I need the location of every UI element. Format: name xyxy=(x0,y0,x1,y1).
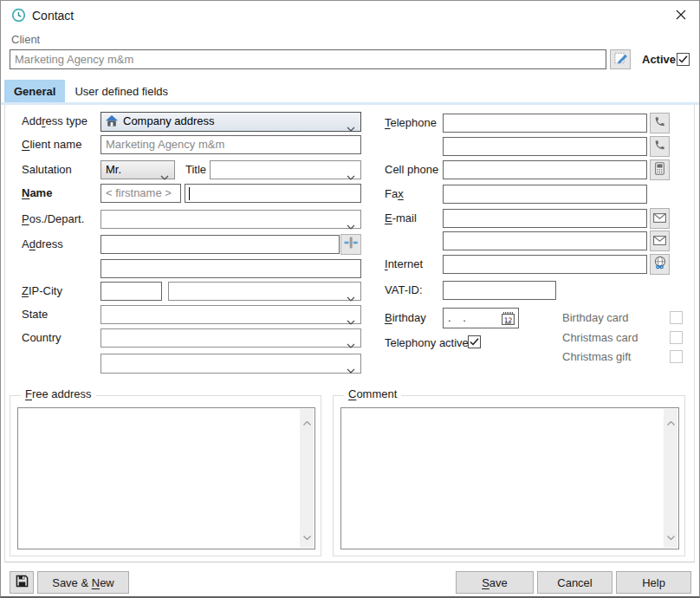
address-label: Address xyxy=(22,235,63,254)
cell-phone-input[interactable] xyxy=(443,160,647,179)
salutation-combo[interactable]: Mr. xyxy=(100,160,175,179)
cell-phone-label: Cell phone xyxy=(385,160,438,179)
birthday-card-label: Birthday card xyxy=(562,309,629,328)
globe-link-icon xyxy=(653,256,667,273)
address-line1-input[interactable] xyxy=(100,235,340,254)
envelope-icon xyxy=(653,211,666,226)
city-combo[interactable] xyxy=(168,282,361,301)
title-label: Title xyxy=(185,160,206,179)
firstname-input[interactable]: < firstname > xyxy=(100,184,181,203)
client-label: Client xyxy=(11,30,40,49)
chevron-down-icon xyxy=(347,218,355,235)
close-icon xyxy=(676,8,686,23)
birthday-input[interactable]: . . 12 xyxy=(443,308,519,328)
christmas-gift-label: Christmas gift xyxy=(562,348,631,367)
free-address-textarea[interactable] xyxy=(17,407,315,549)
state-combo[interactable] xyxy=(100,305,361,324)
client-name-input[interactable]: Marketing Agency m&m xyxy=(100,135,361,154)
region-extra-combo[interactable] xyxy=(100,354,361,374)
contact-clock-icon xyxy=(11,8,26,26)
save-button[interactable]: Save xyxy=(456,571,534,594)
free-address-label: Free address xyxy=(21,387,96,400)
dial-telephone2-button[interactable] xyxy=(650,136,670,157)
contact-dialog: Contact Client Marketing Agency m&m Acti… xyxy=(0,0,700,598)
open-internet-button[interactable] xyxy=(650,254,670,275)
telephony-active-label: Telephony active xyxy=(385,334,469,353)
comment-scrollbar[interactable] xyxy=(664,409,677,548)
email-label: E-mail xyxy=(385,209,417,228)
dial-cell-phone-button[interactable] xyxy=(650,159,670,180)
scroll-up-icon xyxy=(667,413,675,429)
chevron-down-icon xyxy=(347,361,355,379)
free-address-group: Free address xyxy=(10,395,321,556)
close-button[interactable] xyxy=(670,6,692,25)
fax-input[interactable] xyxy=(443,185,647,204)
birthday-card-checkbox[interactable] xyxy=(670,311,683,324)
address-type-combo[interactable]: Company address xyxy=(100,112,361,132)
telephony-active-checkbox[interactable] xyxy=(468,335,481,348)
chevron-down-icon xyxy=(347,168,355,185)
vat-id-input[interactable] xyxy=(443,281,556,300)
scroll-up-icon xyxy=(303,413,311,429)
free-address-scrollbar[interactable] xyxy=(300,409,314,548)
christmas-card-checkbox[interactable] xyxy=(670,331,683,344)
salutation-label: Salutation xyxy=(22,160,72,179)
pos-depart-combo[interactable] xyxy=(100,210,361,229)
tab-user-defined-fields[interactable]: User defined fields xyxy=(65,80,178,102)
send-email2-button[interactable] xyxy=(650,231,670,251)
fax-label: Fax xyxy=(385,185,404,204)
help-button[interactable]: Help xyxy=(616,571,691,594)
calendar-icon: 12 xyxy=(502,312,515,328)
country-combo[interactable] xyxy=(100,328,361,348)
text-caret xyxy=(189,187,190,200)
phone-icon xyxy=(654,139,665,154)
address-map-button[interactable] xyxy=(340,234,361,255)
birthday-label: Birthday xyxy=(385,309,426,328)
title-combo[interactable] xyxy=(210,160,361,179)
floppy-disk-icon xyxy=(16,575,29,590)
envelope-icon xyxy=(653,233,666,249)
comment-textarea[interactable] xyxy=(340,407,679,549)
email1-input[interactable] xyxy=(443,209,647,228)
address-line2-input[interactable] xyxy=(100,259,361,278)
telephone-label: Telephone xyxy=(385,114,437,133)
address-type-label: Address type xyxy=(22,112,88,131)
telephone2-input[interactable] xyxy=(443,137,647,156)
zip-input[interactable] xyxy=(100,282,162,301)
cancel-button[interactable]: Cancel xyxy=(537,571,612,594)
internet-label: Internet xyxy=(385,255,423,274)
comment-label: Comment xyxy=(344,387,401,400)
internet-input[interactable] xyxy=(443,255,647,274)
country-label: Country xyxy=(22,328,62,348)
pos-depart-label: Pos./Depart. xyxy=(22,210,84,229)
christmas-card-label: Christmas card xyxy=(562,328,638,348)
name-label: Name xyxy=(22,184,52,203)
telephone1-input[interactable] xyxy=(443,114,647,133)
comment-group: Comment xyxy=(333,395,685,556)
street-map-icon xyxy=(344,236,358,253)
state-label: State xyxy=(22,305,48,324)
christmas-gift-checkbox[interactable] xyxy=(670,350,683,363)
save-and-new-button[interactable]: Save & New xyxy=(37,571,129,594)
tab-strip: General User defined fields xyxy=(4,80,178,102)
send-email1-button[interactable] xyxy=(650,208,670,229)
active-checkbox[interactable] xyxy=(677,53,690,66)
active-label: Active xyxy=(642,50,676,69)
scroll-down-icon xyxy=(303,528,311,543)
scroll-down-icon xyxy=(667,528,675,543)
edit-client-button[interactable] xyxy=(610,49,631,69)
vat-id-label: VAT-ID: xyxy=(385,281,423,300)
zip-city-label: ZIP-City xyxy=(22,282,62,301)
mobile-phone-icon xyxy=(655,162,664,179)
phone-icon xyxy=(654,115,665,131)
chevron-down-icon xyxy=(347,120,355,137)
chevron-down-icon xyxy=(347,289,355,307)
client-input[interactable]: Marketing Agency m&m xyxy=(10,49,606,69)
dial-telephone1-button[interactable] xyxy=(650,113,670,133)
save-icon-button[interactable] xyxy=(10,571,34,594)
chevron-down-icon xyxy=(347,313,355,330)
client-name-label: Client name xyxy=(22,135,81,154)
email2-input[interactable] xyxy=(443,231,647,250)
tab-general[interactable]: General xyxy=(4,80,65,102)
lastname-input[interactable] xyxy=(185,184,361,203)
